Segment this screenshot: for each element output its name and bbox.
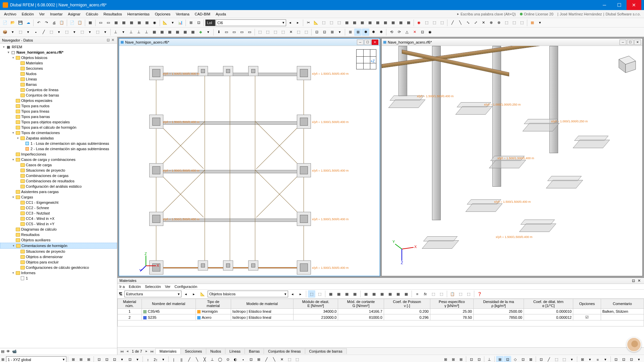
nav-tab-views[interactable]: 📹 (12, 349, 17, 354)
t2-m[interactable]: ⬚ (94, 28, 101, 36)
pt-e[interactable]: ▦ (343, 290, 351, 298)
bt-u[interactable]: ◐ (232, 356, 239, 362)
col-header[interactable]: Modelo de material (231, 299, 293, 309)
bt-w[interactable]: ⊡ (247, 356, 255, 362)
t2-s[interactable]: ⊥ (143, 28, 150, 36)
col-header[interactable]: Módulo de elast.E [N/mm²] (293, 299, 338, 309)
menu-asignar[interactable]: Asignar (65, 11, 83, 17)
tb-b[interactable]: 📐 (312, 19, 320, 26)
t2-ak[interactable]: ✕ (287, 28, 294, 36)
t2-r[interactable]: ⊥ (135, 28, 143, 36)
new-button[interactable]: 📄 (1, 19, 9, 26)
col-header[interactable]: Nombre del material (142, 299, 196, 309)
open-button[interactable]: 📂 (9, 19, 16, 26)
tree-node[interactable]: Conjuntos de barras (0, 93, 117, 98)
nav-tab-display[interactable]: 👁 (6, 349, 10, 354)
bt-ar[interactable]: ⬚ (560, 356, 568, 362)
t2-w[interactable]: ▦ (174, 28, 181, 36)
t2-ah[interactable]: ⬚ (264, 28, 271, 36)
bt-z[interactable]: ╲ (270, 356, 278, 362)
tree-node[interactable]: Asistentes para cargas (0, 189, 117, 194)
t2-az[interactable]: ✕ (411, 28, 418, 36)
pt-o[interactable]: ⬚ (430, 290, 437, 298)
t2-aq[interactable]: ▾ (336, 28, 343, 36)
bt-aj[interactable]: ⊞ (496, 356, 503, 362)
tree-node[interactable]: ▾Cargas (0, 194, 117, 200)
nav-tab-data[interactable]: ▤ (1, 349, 4, 354)
pt-help[interactable]: ❓ (476, 290, 483, 298)
tb-t[interactable]: ╲ (457, 19, 464, 26)
bt-j[interactable]: ↕ (144, 356, 152, 362)
tree-node[interactable]: Imperfecciones (0, 152, 117, 157)
t2-y[interactable]: ▦ (189, 28, 197, 36)
t2-bb[interactable]: ◉ (426, 28, 434, 36)
t2-v[interactable]: ▦ (166, 28, 173, 36)
maximize-button[interactable]: ☐ (612, 0, 627, 10)
bt-y[interactable]: ╱ (263, 356, 270, 362)
tree-node[interactable]: ▾Objetos básicos (0, 55, 117, 60)
tb-ab[interactable]: ⬚ (518, 19, 526, 26)
panel-prev2[interactable]: ◂ (289, 290, 296, 298)
tb-c[interactable]: ⬚ (320, 19, 327, 26)
tab-conjuntos de líneas[interactable]: Conjuntos de líneas (264, 348, 305, 354)
view5-button[interactable]: ▦ (128, 19, 135, 26)
bt-e[interactable]: ⊡ (103, 356, 110, 362)
t2-af[interactable]: ▭ (246, 28, 253, 36)
tree-node[interactable]: Objetos para excluir (0, 259, 117, 265)
t2-ay[interactable]: △ (403, 28, 411, 36)
menu-cad-bim[interactable]: CAD-BIM (192, 11, 213, 17)
tree-node[interactable]: CC1 - Eigengewicht (0, 200, 117, 205)
view3-button[interactable]: ▦ (112, 19, 120, 26)
pt-p[interactable]: ⬚ (438, 290, 445, 298)
t2-f[interactable]: ╱ (40, 28, 47, 36)
bt-i[interactable]: ▾ (134, 356, 141, 362)
t2-ar[interactable]: ⊞ (346, 28, 354, 36)
pt-m[interactable]: ≡ (414, 290, 421, 298)
tree-node[interactable]: Combinaciones de cargas (0, 173, 117, 178)
tree-node[interactable]: ▾Zapatas aisladas (0, 135, 117, 141)
tb-f[interactable]: ▦ (343, 19, 351, 26)
t2-am[interactable]: ⬚ (303, 28, 310, 36)
tool-button[interactable]: ▾ (169, 19, 176, 26)
view6-button[interactable]: ▦ (136, 19, 143, 26)
panel-combo1[interactable]: Estructura▾ (124, 291, 181, 297)
bt-b[interactable]: ⊞ (77, 356, 85, 362)
search-hint[interactable]: ▸ Escriba una palabra clave (Alt+Q) (455, 12, 518, 16)
snap-button[interactable]: ⊡ (195, 19, 202, 26)
materials-table[interactable]: Materialnúm.Nombre del materialTipo dema… (117, 299, 644, 347)
tb-l[interactable]: ▦ (389, 19, 397, 26)
tb-j[interactable]: ▦ (374, 19, 381, 26)
tree-node[interactable]: Tipos para nudos (0, 103, 117, 109)
t2-ap[interactable]: ⊞ (328, 28, 336, 36)
pt-i[interactable]: ▦ (378, 290, 386, 298)
t2-k[interactable]: ⬚ (78, 28, 86, 36)
bt-o[interactable]: ╱ (185, 356, 193, 362)
t2-a[interactable]: 📦 (1, 28, 9, 36)
t2-l[interactable]: ▾ (86, 28, 94, 36)
tb-r[interactable]: ⬚ (438, 19, 446, 26)
tb-e[interactable]: ⬚ (335, 19, 343, 26)
tree-node[interactable]: Tipos para el cálculo de hormigón (0, 125, 117, 130)
tree-node[interactable]: Casos de carga (0, 162, 117, 168)
panel-pin-button[interactable]: ⊡ (631, 279, 636, 283)
bt-ai[interactable]: ⊥ (486, 356, 493, 362)
tb-a[interactable]: ✂ (305, 19, 312, 26)
t2-n[interactable]: ▾ (102, 28, 109, 36)
col-header[interactable]: Peso específicoγ [kN/m³] (430, 299, 473, 309)
next-case-button[interactable]: ▸ (294, 19, 302, 26)
t2-i[interactable]: ⬚ (63, 28, 70, 36)
tree-node[interactable]: Objetos especiales (0, 98, 117, 103)
view1-button[interactable]: ▭ (97, 19, 104, 26)
view-min-button[interactable]: ─ (357, 40, 364, 45)
bt-af[interactable]: ⊞ (457, 356, 465, 362)
menu-herramientas[interactable]: Herramientas (125, 11, 152, 17)
panel-menu-ver[interactable]: Ver (165, 285, 171, 289)
tree-node[interactable]: Nudos (0, 71, 117, 76)
view-close-button[interactable]: ✕ (372, 40, 378, 45)
tree-node[interactable]: Resultados (0, 232, 117, 237)
bt-an[interactable]: ⊠ (527, 356, 534, 362)
bt-ao[interactable]: ⊡ (537, 356, 545, 362)
nav-pin-button[interactable]: ⊡ (106, 38, 110, 42)
tree-node[interactable]: Configuraciones de cálculo geotécnico (0, 265, 117, 270)
view-max-button[interactable]: ☐ (364, 40, 371, 45)
